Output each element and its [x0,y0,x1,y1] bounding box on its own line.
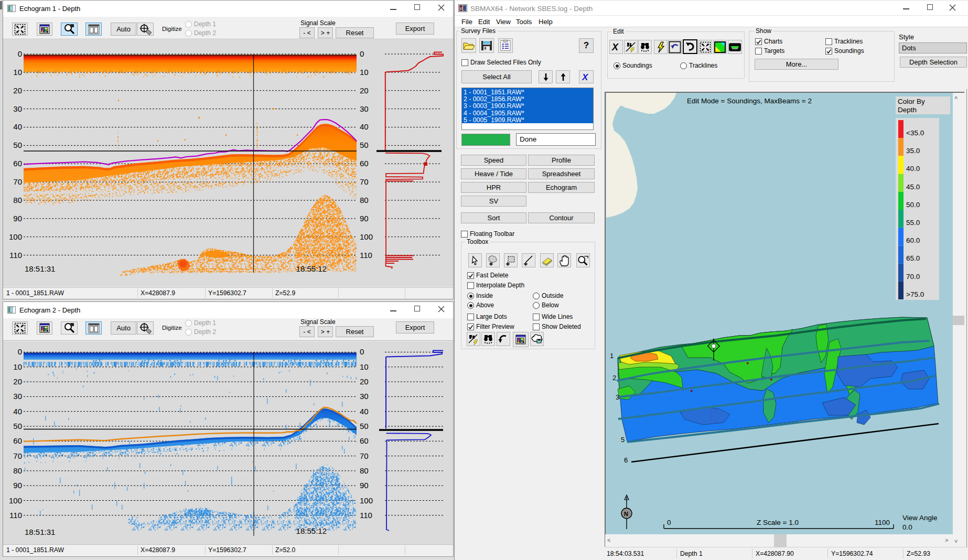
svg-text:X: X [582,72,589,82]
svg-text:40.0: 40.0 [906,165,920,173]
svg-text:30: 30 [13,392,22,401]
svg-text:80: 80 [13,196,22,204]
svg-text:Depth: Depth [898,106,917,114]
svg-text:18:51:31: 18:51:31 [25,264,55,273]
svg-text:80: 80 [360,466,369,475]
svg-text:0: 0 [360,49,364,58]
svg-text:110: 110 [360,511,372,520]
svg-text:20: 20 [13,377,22,386]
svg-text:60: 60 [13,436,22,445]
svg-text:35.0: 35.0 [906,147,920,155]
svg-text:30: 30 [360,104,369,113]
svg-text:>75.0: >75.0 [906,290,924,298]
svg-text:110: 110 [9,511,22,520]
svg-text:50: 50 [360,422,369,430]
svg-text:70.0: 70.0 [906,273,920,281]
svg-text:40: 40 [360,122,369,131]
svg-text:10: 10 [13,362,22,371]
svg-text:20: 20 [360,377,369,386]
svg-text:60: 60 [360,159,369,168]
svg-text:5: 5 [621,436,625,444]
svg-text:6: 6 [624,456,628,464]
svg-text:60: 60 [13,159,22,168]
svg-text:70: 70 [360,451,369,460]
svg-text:0: 0 [667,519,671,526]
svg-text:30: 30 [13,104,22,113]
svg-text:90: 90 [360,481,369,490]
svg-text:0: 0 [18,347,22,356]
svg-text:3: 3 [616,393,619,401]
svg-text:90: 90 [360,214,369,223]
svg-text:Edit Mode = Soundings, MaxBeam: Edit Mode = Soundings, MaxBeams = 2 [687,97,812,105]
svg-text:1100: 1100 [875,519,890,526]
svg-text:45.0: 45.0 [906,183,920,191]
svg-text:<35.0: <35.0 [906,129,924,137]
svg-text:1: 1 [610,352,614,360]
svg-text:10: 10 [360,68,369,77]
svg-text:40: 40 [360,407,369,416]
svg-text:0: 0 [18,49,22,58]
svg-text:65.0: 65.0 [906,254,920,262]
svg-text:50: 50 [360,141,369,149]
svg-text:20: 20 [13,86,22,95]
svg-text:80: 80 [13,466,22,475]
svg-text:20: 20 [360,86,369,95]
svg-text:100: 100 [360,232,373,241]
svg-text:10: 10 [360,362,369,371]
svg-text:90: 90 [13,214,22,223]
svg-text:N: N [624,511,628,517]
svg-text:60.0: 60.0 [906,236,920,244]
svg-text:18:55:12: 18:55:12 [296,264,327,273]
svg-text:40: 40 [13,122,22,131]
svg-text:110: 110 [9,251,22,260]
svg-text:30: 30 [360,392,369,401]
svg-text:40: 40 [13,407,22,416]
svg-text:80: 80 [360,196,369,204]
svg-text:50: 50 [13,422,22,430]
svg-text:E: E [460,6,463,11]
svg-text:0: 0 [360,347,364,356]
svg-text:100: 100 [9,496,22,505]
svg-text:90: 90 [13,481,22,490]
svg-text:100: 100 [360,496,373,505]
svg-text:2: 2 [612,374,616,382]
svg-text:View Angle: View Angle [902,514,938,522]
svg-text:70: 70 [360,177,369,186]
svg-text:10: 10 [13,68,22,77]
svg-text:100: 100 [9,232,22,241]
svg-text:55.0: 55.0 [906,219,920,227]
svg-text:X: X [611,42,619,52]
svg-text:50.0: 50.0 [906,201,920,209]
svg-text:70: 70 [13,177,22,186]
svg-text:0.0: 0.0 [902,523,912,531]
svg-text:18:51:31: 18:51:31 [25,527,55,536]
svg-text:60: 60 [360,436,369,445]
svg-text:50: 50 [13,141,22,149]
svg-text:Z Scale = 1.0: Z Scale = 1.0 [757,519,799,526]
svg-text:110: 110 [360,251,372,260]
svg-text:18:55:12: 18:55:12 [296,526,327,535]
svg-text:Color By: Color By [898,98,925,105]
svg-text:70: 70 [13,451,22,460]
